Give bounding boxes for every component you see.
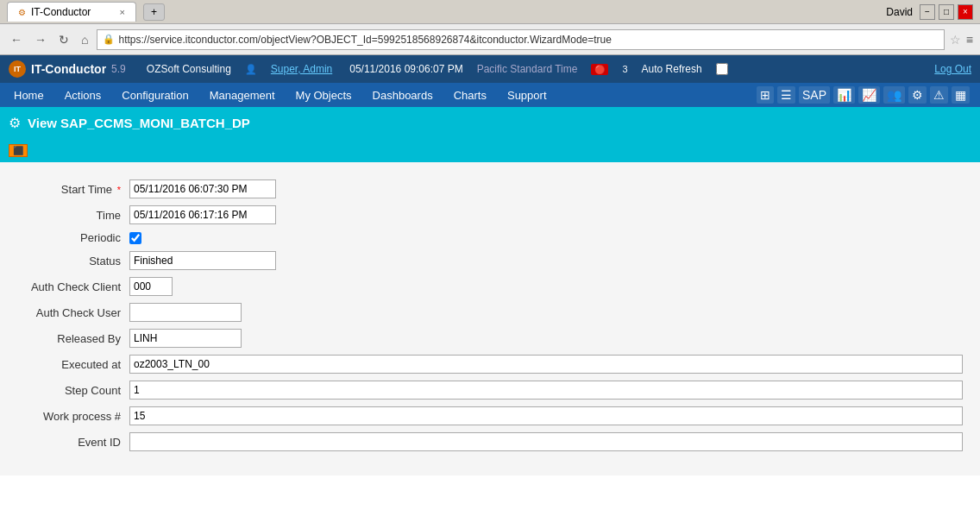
nav-support[interactable]: Support (497, 85, 557, 105)
logo-icon: IT (9, 60, 26, 78)
settings-icon[interactable]: ⚙ (908, 86, 927, 104)
auto-refresh-checkbox[interactable] (716, 63, 728, 75)
nav-menu: Home Actions Configuration Management My… (0, 83, 980, 107)
tab-close-button[interactable]: × (120, 7, 125, 17)
auto-refresh-label: Auto Refresh (642, 63, 702, 75)
url-input[interactable]: 🔒 https://service.itconductor.com/object… (97, 29, 944, 50)
browser-titlebar: ⚙ IT-Conductor × + David − □ × (0, 0, 980, 24)
nav-actions[interactable]: Actions (54, 85, 112, 105)
time-row: Time (0, 205, 980, 224)
page-sub-bar: ⬛ (0, 138, 980, 162)
required-indicator: * (117, 185, 121, 195)
org-name: OZSoft Consulting (147, 63, 231, 75)
nav-my-objects[interactable]: My Objects (286, 85, 362, 105)
page-title: View SAP_CCMS_MONI_BATCH_DP (28, 116, 250, 130)
auth-check-user-input[interactable] (129, 303, 242, 322)
app-version: 5.9 (111, 63, 126, 75)
status-input[interactable] (129, 251, 276, 270)
auth-check-client-label: Auth Check Client (17, 280, 129, 293)
bookmark-icon[interactable]: ☆ (950, 33, 961, 47)
event-id-row: Event ID (0, 432, 980, 451)
nav-toolbar-icons: ⊞ ☰ SAP 📊 📈 👥 ⚙ ⚠ ▦ (757, 86, 977, 104)
lock-icon: 🔒 (103, 34, 115, 45)
menu-icon[interactable]: ≡ (966, 33, 973, 47)
time-input[interactable] (129, 205, 276, 224)
event-id-label: Event ID (17, 436, 129, 449)
form-area: Start Time * Time Periodic Status Auth C… (0, 162, 980, 475)
people-icon[interactable]: 👥 (883, 86, 905, 104)
app-header: IT IT-Conductor 5.9 OZSoft Consulting 👤 … (0, 55, 980, 83)
sap-icon[interactable]: SAP (799, 86, 830, 104)
user-icon: 👤 (245, 64, 257, 75)
nav-dashboards[interactable]: Dashboards (362, 85, 443, 105)
datetime-display: 05/11/2016 09:06:07 PM (349, 63, 462, 75)
executed-at-row: Executed at (0, 355, 980, 374)
released-by-row: Released By (0, 329, 980, 348)
app-logo: IT IT-Conductor 5.9 (9, 60, 126, 78)
grid-icon[interactable]: ⊞ (757, 86, 774, 104)
nav-configuration[interactable]: Configuration (111, 85, 198, 105)
address-bar: ← → ↻ ⌂ 🔒 https://service.itconductor.co… (0, 24, 980, 55)
time-label: Time (17, 209, 129, 222)
bar-chart-icon[interactable]: 📈 (858, 86, 880, 104)
periodic-row: Periodic (0, 231, 980, 244)
auth-check-user-row: Auth Check User (0, 303, 980, 322)
auth-check-client-row: Auth Check Client (0, 277, 980, 296)
periodic-checkbox[interactable] (129, 232, 141, 244)
step-count-input[interactable] (129, 381, 963, 400)
status-row: Status (0, 251, 980, 270)
released-by-input[interactable] (129, 329, 242, 348)
forward-button[interactable]: → (31, 31, 50, 48)
work-process-row: Work process # (0, 406, 980, 425)
user-link[interactable]: Super, Admin (271, 63, 332, 75)
window-user: David (886, 6, 913, 18)
nav-management[interactable]: Management (199, 85, 286, 105)
status-label: Status (17, 255, 129, 267)
close-button[interactable]: × (958, 4, 973, 20)
logo-text: IT (14, 65, 21, 73)
maximize-button[interactable]: □ (939, 4, 954, 20)
step-count-label: Step Count (17, 384, 129, 397)
tab-title: IT-Conductor (31, 6, 91, 18)
browser-tab[interactable]: ⚙ IT-Conductor × (7, 2, 136, 22)
released-by-label: Released By (17, 332, 129, 345)
new-tab-button[interactable]: + (143, 3, 165, 21)
page-title-bar: ⚙ View SAP_CCMS_MONI_BATCH_DP (0, 107, 980, 138)
page-title-icon: ⚙ (9, 115, 21, 131)
url-text: https://service.itconductor.com/objectVi… (118, 34, 611, 46)
executed-at-label: Executed at (17, 358, 129, 371)
event-id-input[interactable] (129, 432, 963, 451)
work-process-input[interactable] (129, 406, 963, 425)
minimize-button[interactable]: − (920, 4, 935, 20)
back-button[interactable]: ← (7, 31, 26, 48)
home-button[interactable]: ⌂ (78, 31, 91, 48)
nav-home[interactable]: Home (3, 85, 54, 105)
step-count-row: Step Count (0, 381, 980, 400)
nav-charts[interactable]: Charts (443, 85, 497, 105)
sub-icon: ⬛ (9, 144, 28, 157)
window-controls: − □ × (920, 4, 973, 20)
work-process-label: Work process # (17, 410, 129, 423)
start-time-input[interactable] (129, 179, 276, 198)
start-time-label: Start Time * (17, 183, 129, 196)
auth-check-client-input[interactable] (129, 277, 173, 296)
executed-at-input[interactable] (129, 355, 963, 374)
warning-icon[interactable]: ⚠ (930, 86, 948, 104)
auth-check-user-label: Auth Check User (17, 306, 129, 319)
timezone-display: Pacific Standard Time (477, 63, 578, 75)
flash-icon: 🔴 (591, 64, 608, 75)
refresh-button[interactable]: ↻ (55, 31, 72, 48)
chart-icon[interactable]: 📊 (833, 86, 855, 104)
grid2-icon[interactable]: ▦ (952, 86, 970, 104)
app-title: IT-Conductor (31, 62, 106, 76)
flash-count: 3 (622, 64, 627, 74)
list-icon[interactable]: ☰ (777, 86, 795, 104)
tab-favicon: ⚙ (18, 8, 26, 17)
logout-button[interactable]: Log Out (934, 63, 971, 75)
start-time-row: Start Time * (0, 179, 980, 198)
periodic-label: Periodic (17, 231, 129, 244)
